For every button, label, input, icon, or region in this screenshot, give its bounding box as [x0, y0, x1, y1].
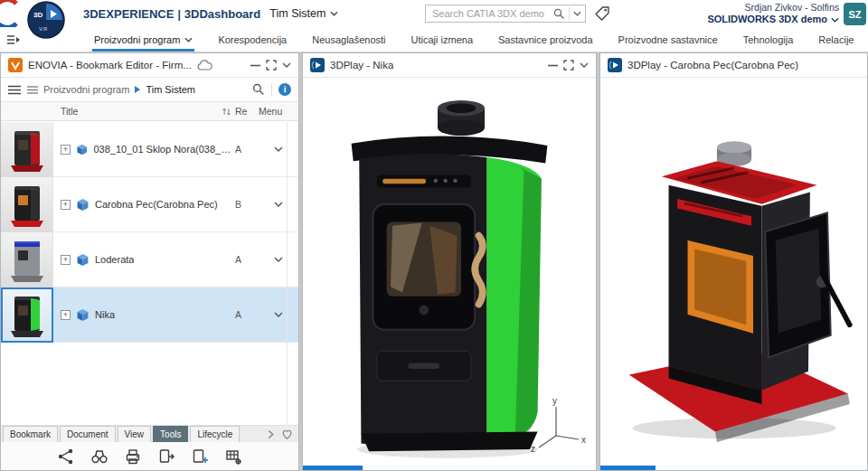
brand-name: 3DEXPERIENCE [83, 7, 174, 21]
brand-divider: | [177, 8, 180, 21]
breadcrumb-root[interactable]: Proizvodni program [43, 84, 129, 95]
export-document-icon[interactable] [157, 447, 175, 466]
breadcrumb-current[interactable]: Tim Sistem [146, 84, 195, 95]
dashboard-tab-bar: Proizvodni program Korespodencija Neusag… [0, 27, 868, 52]
sidebar-toggle-icon[interactable] [0, 27, 27, 52]
axis-x-label: x [581, 435, 586, 445]
cloud-icon [197, 60, 212, 71]
tab-neusaglasenosti[interactable]: Neusaglašenosti [310, 27, 387, 52]
item-revision: A [235, 254, 259, 265]
product-cube-icon [76, 308, 90, 322]
binoculars-search-icon[interactable] [90, 447, 108, 466]
minimize-icon[interactable] [250, 64, 260, 67]
dashboard-name: Tim Sistem [269, 7, 326, 20]
3dplay-widget-nika: 3DPlay - Nika [302, 52, 597, 471]
maximize-icon[interactable] [266, 60, 277, 71]
tab-lifecycle[interactable]: Lifecycle [190, 426, 240, 442]
item-title: 038_10_01 Sklop Nora(038_10_0... [93, 144, 235, 155]
tab-proizvodni-program[interactable]: Proizvodni program [92, 27, 194, 52]
breadcrumb-arrow-icon [135, 86, 140, 93]
loading-progress-bar [600, 466, 656, 470]
search-options-chevron-icon[interactable] [573, 11, 581, 16]
table-row-carobna-pec[interactable]: + Carobna Pec(Carobna Pec) B [1, 177, 298, 232]
product-thumbnail [1, 232, 53, 287]
widget-menu-chevron-icon[interactable] [580, 62, 589, 68]
favorites-heart-icon[interactable] [281, 429, 293, 439]
expand-node-button[interactable]: + [61, 200, 71, 210]
3dplay-app-icon [310, 58, 325, 72]
axis-z-label: z [531, 444, 535, 454]
logo-vr-label: V.R [39, 26, 48, 32]
app-name: 3DDashboard [184, 7, 261, 21]
tab-tools[interactable]: Tools [153, 426, 188, 442]
row-menu-chevron-icon[interactable] [259, 146, 298, 152]
tab-bookmark[interactable]: Bookmark [3, 426, 58, 442]
bookmark-editor-widget: ENOVIA - Bookmark Editor - Firm... Proiz… [0, 52, 299, 471]
table-settings-icon[interactable] [224, 447, 242, 466]
dassault-systemes-logo [0, 0, 24, 27]
panel-menu-icon[interactable] [8, 85, 21, 95]
product-thumbnail [1, 122, 53, 177]
maximize-icon[interactable] [563, 60, 574, 71]
dashboard-content: ENOVIA - Bookmark Editor - Firm... Proiz… [0, 52, 868, 471]
sort-icon[interactable] [222, 107, 231, 117]
title-column-header: Title [61, 106, 78, 117]
avatar[interactable]: SZ [844, 3, 866, 25]
tab-sastavnice-proizvoda[interactable]: Sastavnice proizvoda [496, 27, 595, 52]
3d-viewport[interactable] [600, 79, 867, 470]
row-menu-chevron-icon[interactable] [259, 257, 298, 262]
footer-tab-strip: Bookmark Document View Tools Lifecycle [1, 426, 298, 442]
expand-node-button[interactable]: + [61, 310, 71, 320]
axis-triad: y z x [525, 396, 589, 454]
tab-chevron-icon[interactable] [184, 37, 193, 42]
tab-korespodencija[interactable]: Korespodencija [216, 27, 288, 52]
row-menu-chevron-icon[interactable] [259, 312, 298, 317]
table-row-loderata[interactable]: + Loderata A [1, 232, 298, 287]
user-menu[interactable]: Srdjan Zivkov - Solfins SOLIDWORKS 3DX d… [707, 2, 839, 25]
info-icon[interactable]: i [278, 83, 291, 96]
row-menu-chevron-icon[interactable] [259, 202, 298, 207]
product-cube-icon [76, 143, 88, 156]
tab-tehnologija[interactable]: Tehnologija [741, 27, 796, 52]
stove-3d-model-carobna-pec [605, 102, 863, 447]
add-document-icon[interactable] [191, 447, 209, 466]
bookmark-item-list: + 038_10_01 Sklop Nora(038_10_0... A [1, 122, 298, 425]
menu-column-header: Menu [259, 106, 298, 117]
filter-search-icon[interactable] [252, 83, 265, 96]
minimize-icon[interactable] [548, 64, 558, 67]
scrollbar-track[interactable] [287, 122, 288, 425]
share-network-icon[interactable] [57, 447, 75, 466]
tag-icon[interactable] [595, 6, 609, 21]
list-icon [27, 86, 38, 94]
tab-proizvodne-sastavnice[interactable]: Proizvodne sastavnice [617, 27, 720, 52]
3dexperience-compass-logo[interactable]: 3D V.R [27, 1, 65, 39]
3dplay-app-icon [608, 58, 622, 72]
expand-node-button[interactable]: + [61, 145, 71, 155]
tools-toolbar [1, 442, 298, 470]
tab-relacije[interactable]: Relacije [816, 27, 855, 52]
dashboard-selector[interactable]: Tim Sistem [269, 7, 338, 20]
product-cube-icon [76, 198, 90, 212]
search-icon[interactable] [553, 8, 565, 20]
product-cube-icon [76, 253, 90, 267]
expand-node-button[interactable]: + [61, 255, 71, 265]
more-tabs-chevron-icon[interactable] [268, 429, 274, 439]
brand-title: 3DEXPERIENCE | 3DDashboard [83, 7, 260, 21]
widget-menu-chevron-icon[interactable] [282, 62, 291, 68]
printer-icon[interactable] [124, 447, 142, 466]
tab-uticaji-izmena[interactable]: Uticaji izmena [410, 27, 475, 52]
table-row-nika[interactable]: + Nika A [1, 287, 298, 343]
bookmark-footer: Bookmark Document View Tools Lifecycle [1, 425, 298, 470]
3dplay-widget-carobna-pec: 3DPlay - Carobna Pec(Carobna Pec) [599, 52, 868, 471]
bookmark-toolbar: Proizvodni program Tim Sistem i [1, 78, 298, 102]
widget-header: 3DPlay - Nika [303, 53, 596, 78]
tab-document[interactable]: Document [60, 426, 116, 442]
table-row-sklop-nora[interactable]: + 038_10_01 Sklop Nora(038_10_0... A [1, 122, 298, 177]
platform-name: SOLIDWORKS 3DX demo [707, 14, 827, 25]
search-input[interactable] [432, 8, 553, 19]
global-search [425, 5, 586, 23]
3d-viewport[interactable]: y z x [303, 79, 596, 470]
widget-title: 3DPlay - Nika [330, 60, 393, 71]
top-bar: 3D V.R 3DEXPERIENCE | 3DDashboard Tim Si… [0, 0, 868, 27]
tab-view[interactable]: View [118, 426, 152, 442]
